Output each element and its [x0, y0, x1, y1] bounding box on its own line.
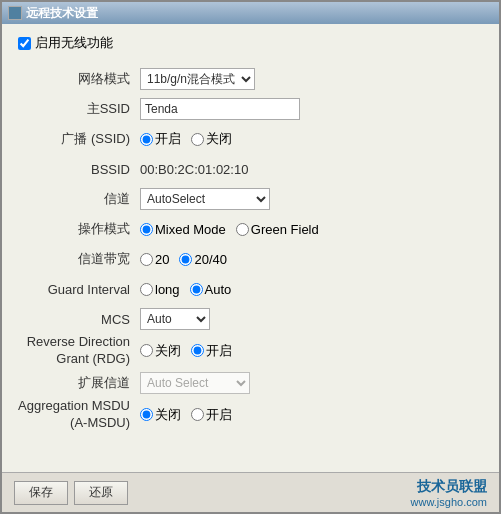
- ssid-value-cell: [140, 94, 483, 124]
- bssid-value-cell: 00:B0:2C:01:02:10: [140, 154, 483, 184]
- mcs-row: MCS Auto: [18, 304, 483, 334]
- broadcast-label: 广播 (SSID): [18, 124, 140, 154]
- network-mode-value-cell: 11b/g/n混合模式: [140, 64, 483, 94]
- broadcast-on-label[interactable]: 开启: [140, 130, 181, 148]
- gi-auto-text: Auto: [205, 282, 232, 297]
- channel-row: 信道 AutoSelect: [18, 184, 483, 214]
- watermark-url: www.jsgho.com: [411, 496, 487, 508]
- gi-auto-radio[interactable]: [190, 283, 203, 296]
- channel-bw-label: 信道带宽: [18, 244, 140, 274]
- ext-channel-value-cell: Auto Select: [140, 368, 483, 398]
- channel-value-cell: AutoSelect: [140, 184, 483, 214]
- ssid-input[interactable]: [140, 98, 300, 120]
- save-button[interactable]: 保存: [14, 481, 68, 505]
- amsdu-radio-group: 关闭 开启: [140, 406, 483, 424]
- rdg-on-radio[interactable]: [191, 344, 204, 357]
- ext-channel-label: 扩展信道: [18, 368, 140, 398]
- operate-mode-value-cell: Mixed Mode Green Field: [140, 214, 483, 244]
- footer-bar: 保存 还原 技术员联盟 www.jsgho.com: [2, 472, 499, 512]
- mcs-value-cell: Auto: [140, 304, 483, 334]
- bw-2040-label[interactable]: 20/40: [179, 252, 227, 267]
- broadcast-value-cell: 开启 关闭: [140, 124, 483, 154]
- network-mode-row: 网络模式 11b/g/n混合模式: [18, 64, 483, 94]
- channel-bw-value-cell: 20 20/40: [140, 244, 483, 274]
- enable-label[interactable]: 启用无线功能: [35, 34, 113, 52]
- operate-mode-radio-group: Mixed Mode Green Field: [140, 222, 483, 237]
- content-area: 启用无线功能 网络模式 11b/g/n混合模式 主SSID: [2, 24, 499, 472]
- operate-mode-row: 操作模式 Mixed Mode Green Field: [18, 214, 483, 244]
- operate-mixed-radio[interactable]: [140, 223, 153, 236]
- broadcast-radio-group: 开启 关闭: [140, 130, 483, 148]
- channel-bw-row: 信道带宽 20 20/40: [18, 244, 483, 274]
- ext-channel-select[interactable]: Auto Select: [140, 372, 250, 394]
- watermark: 技术员联盟 www.jsgho.com: [411, 478, 487, 508]
- broadcast-on-text: 开启: [155, 130, 181, 148]
- bw-20-label[interactable]: 20: [140, 252, 169, 267]
- amsdu-off-label[interactable]: 关闭: [140, 406, 181, 424]
- gi-long-text: long: [155, 282, 180, 297]
- gi-long-radio[interactable]: [140, 283, 153, 296]
- channel-bw-radio-group: 20 20/40: [140, 252, 483, 267]
- ssid-label: 主SSID: [18, 94, 140, 124]
- window-title: 远程技术设置: [26, 5, 98, 22]
- bw-2040-radio[interactable]: [179, 253, 192, 266]
- bw-20-radio[interactable]: [140, 253, 153, 266]
- rdg-off-radio[interactable]: [140, 344, 153, 357]
- amsdu-on-radio[interactable]: [191, 408, 204, 421]
- guard-interval-label: Guard Interval: [18, 274, 140, 304]
- rdg-off-label[interactable]: 关闭: [140, 342, 181, 360]
- amsdu-off-radio[interactable]: [140, 408, 153, 421]
- broadcast-off-text: 关闭: [206, 130, 232, 148]
- bw-2040-text: 20/40: [194, 252, 227, 267]
- channel-select[interactable]: AutoSelect: [140, 188, 270, 210]
- bw-20-text: 20: [155, 252, 169, 267]
- gi-long-label[interactable]: long: [140, 282, 180, 297]
- amsdu-on-label[interactable]: 开启: [191, 406, 232, 424]
- footer-buttons: 保存 还原: [14, 481, 128, 505]
- window-icon: [8, 6, 22, 20]
- broadcast-off-label[interactable]: 关闭: [191, 130, 232, 148]
- operate-mixed-text: Mixed Mode: [155, 222, 226, 237]
- rdg-off-text: 关闭: [155, 342, 181, 360]
- mcs-label: MCS: [18, 304, 140, 334]
- rdg-on-label[interactable]: 开启: [191, 342, 232, 360]
- broadcast-row: 广播 (SSID) 开启 关闭: [18, 124, 483, 154]
- operate-mixed-label[interactable]: Mixed Mode: [140, 222, 226, 237]
- operate-green-radio[interactable]: [236, 223, 249, 236]
- guard-interval-radio-group: long Auto: [140, 282, 483, 297]
- ssid-row: 主SSID: [18, 94, 483, 124]
- operate-green-text: Green Field: [251, 222, 319, 237]
- operate-mode-label: 操作模式: [18, 214, 140, 244]
- channel-label: 信道: [18, 184, 140, 214]
- bssid-text: 00:B0:2C:01:02:10: [140, 162, 248, 177]
- enable-row: 启用无线功能: [18, 34, 483, 52]
- gi-auto-label[interactable]: Auto: [190, 282, 232, 297]
- restore-button[interactable]: 还原: [74, 481, 128, 505]
- operate-green-label[interactable]: Green Field: [236, 222, 319, 237]
- amsdu-row: Aggregation MSDU(A-MSDU) 关闭 开启: [18, 398, 483, 432]
- amsdu-off-text: 关闭: [155, 406, 181, 424]
- bssid-row: BSSID 00:B0:2C:01:02:10: [18, 154, 483, 184]
- amsdu-value-cell: 关闭 开启: [140, 398, 483, 432]
- watermark-title: 技术员联盟: [417, 478, 487, 496]
- rdg-on-text: 开启: [206, 342, 232, 360]
- network-mode-select[interactable]: 11b/g/n混合模式: [140, 68, 255, 90]
- enable-checkbox[interactable]: [18, 37, 31, 50]
- rdg-label-cell: Reverse DirectionGrant (RDG): [18, 334, 140, 368]
- amsdu-label-cell: Aggregation MSDU(A-MSDU): [18, 398, 140, 432]
- main-window: 远程技术设置 启用无线功能 网络模式 11b/g/n混合模式: [0, 0, 501, 514]
- rdg-radio-group: 关闭 开启: [140, 342, 483, 360]
- rdg-row: Reverse DirectionGrant (RDG) 关闭 开启: [18, 334, 483, 368]
- amsdu-on-text: 开启: [206, 406, 232, 424]
- bssid-label: BSSID: [18, 154, 140, 184]
- broadcast-on-radio[interactable]: [140, 133, 153, 146]
- broadcast-off-radio[interactable]: [191, 133, 204, 146]
- settings-table: 网络模式 11b/g/n混合模式 主SSID: [18, 64, 483, 432]
- guard-interval-value-cell: long Auto: [140, 274, 483, 304]
- rdg-value-cell: 关闭 开启: [140, 334, 483, 368]
- amsdu-label: Aggregation MSDU(A-MSDU): [18, 398, 130, 430]
- ext-channel-row: 扩展信道 Auto Select: [18, 368, 483, 398]
- guard-interval-row: Guard Interval long Auto: [18, 274, 483, 304]
- mcs-select[interactable]: Auto: [140, 308, 210, 330]
- network-mode-label: 网络模式: [18, 64, 140, 94]
